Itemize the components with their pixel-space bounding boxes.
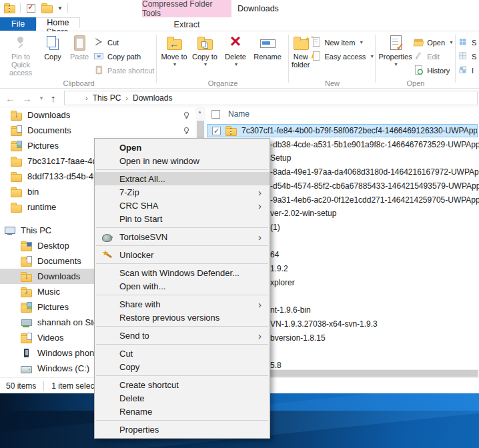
- ribbon-button-copy[interactable]: Copy: [40, 33, 65, 61]
- sidebar-item-label: Pictures: [27, 141, 59, 151]
- fol-pic-icon: [21, 302, 32, 313]
- menu-item-open-with[interactable]: Open with...: [95, 279, 270, 293]
- menu-item-restore-previous-versions[interactable]: Restore previous versions: [95, 311, 270, 324]
- menu-separator: [95, 261, 270, 266]
- props-icon: ✓: [387, 34, 404, 51]
- cpyto-icon: [196, 34, 213, 51]
- ribbon-button-rename[interactable]: Rename: [251, 33, 284, 61]
- file-name: bversion-1.8.15: [270, 333, 326, 343]
- menu-item-rename[interactable]: Rename: [95, 405, 270, 418]
- button-label: Easy access: [325, 53, 366, 61]
- tab-extract[interactable]: Extract: [142, 17, 231, 31]
- column-header-name[interactable]: Name: [205, 109, 250, 119]
- row-checkbox[interactable]: [212, 127, 221, 135]
- history-dropdown-icon[interactable]: ▼: [39, 95, 44, 101]
- breadcrumb-item-this-pc[interactable]: This PC: [93, 93, 121, 103]
- ribbon-button-open[interactable]: Open▼: [413, 35, 454, 49]
- pho-icon: [21, 348, 32, 359]
- menu-item-crc-sha[interactable]: CRC SHA›: [95, 199, 270, 212]
- ribbon-button-history[interactable]: History: [413, 63, 454, 77]
- ribbon-button-easy-access[interactable]: Easy access▼: [311, 49, 375, 63]
- items-count: 50 items: [6, 381, 36, 391]
- pin-icon: [12, 34, 29, 51]
- sidebar-item-documents[interactable]: Documents: [0, 123, 195, 138]
- ribbon-group-new: *New folder*New item▼Easy access▼New: [291, 31, 374, 89]
- column-header-label: Name: [228, 109, 250, 119]
- pin-icon: [183, 111, 190, 119]
- menu-item-pin-to-start[interactable]: Pin to Start: [95, 212, 270, 225]
- menu-item-tortoisesvn[interactable]: TortoiseSVN›: [95, 230, 270, 243]
- ribbon-button-new-item[interactable]: *New item▼: [311, 35, 375, 49]
- fol-desk-icon: [21, 241, 32, 251]
- mon-icon: [4, 225, 15, 236]
- fol-icon: [11, 156, 22, 167]
- menu-item-label: Delete: [119, 393, 145, 403]
- menu-item-label: Cut: [119, 349, 133, 359]
- ribbon-button-i[interactable]: I: [458, 63, 476, 77]
- tab-file[interactable]: File: [0, 17, 36, 31]
- ribbon-button-paste-shortcut[interactable]: Paste shortcut: [93, 63, 154, 77]
- back-icon[interactable]: ←: [5, 93, 15, 103]
- ribbon-button-move-to[interactable]: ←Move to▼: [159, 33, 189, 69]
- up-icon[interactable]: ↑: [51, 93, 56, 103]
- open-icon: [413, 37, 424, 47]
- file-name: 7c307cf1-fe84-4b00-b79f-58f0672becf4-146…: [242, 126, 478, 135]
- quick-access-toolbar: ✓ ▼: [4, 3, 68, 13]
- submenu-arrow-icon: ›: [258, 299, 262, 309]
- tab-home[interactable]: Home: [36, 17, 79, 28]
- breadcrumb-item-downloads[interactable]: Downloads: [133, 93, 172, 103]
- menu-item-unlocker[interactable]: Unlocker: [95, 248, 270, 261]
- menu-item-delete[interactable]: Delete: [95, 391, 270, 405]
- fol-icon: [11, 202, 22, 213]
- scrollbar-up-icon[interactable]: ▲: [197, 109, 202, 114]
- menu-item-share-with[interactable]: Share with›: [95, 297, 270, 311]
- fol-doc-icon: [21, 256, 32, 267]
- menu-item-7-zip[interactable]: 7-Zip›: [95, 185, 270, 199]
- breadcrumb-chevron-icon: ›: [125, 94, 128, 102]
- menu-item-copy[interactable]: Copy: [95, 360, 270, 373]
- dropdown-caret-icon: ▼: [394, 61, 398, 69]
- button-label: S: [472, 39, 476, 47]
- menu-item-scan-with-windows-defender[interactable]: Scan with Windows Defender...: [95, 266, 270, 279]
- ribbon-button-new-folder[interactable]: *New folder: [291, 33, 311, 69]
- menu-separator: [95, 293, 270, 297]
- sidebar-item-label: Documents: [37, 256, 81, 266]
- qat-folder-icon[interactable]: [41, 3, 53, 13]
- button-label: Copy: [44, 53, 61, 61]
- qat-checkbox-icon[interactable]: ✓: [25, 3, 37, 13]
- ribbon-group-open: ✓Properties▼Open▼EditHistoryOpen: [378, 31, 454, 89]
- menu-item-label: Create shortcut: [119, 380, 179, 390]
- file-row[interactable]: 7c307cf1-fe84-4b00-b79f-58f0672becf4-146…: [207, 124, 478, 137]
- button-label: Properties: [379, 53, 412, 61]
- ribbon-tabs: File HomeShareView Extract: [0, 17, 479, 31]
- ribbon-button-s[interactable]: S: [458, 35, 476, 49]
- select-all-checkbox[interactable]: [211, 110, 220, 119]
- address-bar[interactable]: ›This PC›Downloads: [64, 91, 478, 105]
- ribbon-button-edit[interactable]: Edit: [413, 49, 454, 63]
- menu-item-label: Restore previous versions: [119, 313, 219, 323]
- menu-item-send-to[interactable]: Send to›: [95, 329, 270, 342]
- sidebar-item-label: This PC: [21, 225, 51, 235]
- titlebar: ✓ ▼ Compressed Folder Tools Downloads: [0, 0, 479, 17]
- qat-dropdown-icon[interactable]: ▼: [57, 5, 63, 11]
- file-name: -d54b-4574-85f2-cb6a67885433-14642154935…: [270, 181, 479, 191]
- menu-item-properties[interactable]: Properties: [95, 423, 270, 436]
- ribbon-button-s[interactable]: S: [458, 49, 476, 63]
- ribbon-button-cut[interactable]: Cut: [93, 35, 154, 49]
- ribbon-group-divider: [288, 35, 289, 83]
- forward-icon[interactable]: →: [22, 93, 32, 103]
- ribbon-button-copy-path[interactable]: wCopy path: [93, 49, 154, 63]
- menu-item-open-in-new-window[interactable]: Open in new window: [95, 154, 270, 167]
- menu-item-create-shortcut[interactable]: Create shortcut: [95, 378, 270, 391]
- ribbon-button-pin-to-quick-access[interactable]: Pin to Quick access: [1, 33, 40, 77]
- menu-item-extract-all[interactable]: Extract All...: [95, 172, 270, 185]
- sidebar-item-downloads[interactable]: ↓Downloads: [0, 107, 195, 123]
- ribbon-button-copy-to[interactable]: Copy to▼: [189, 33, 220, 69]
- ribbon-button-properties[interactable]: ✓Properties▼: [378, 33, 413, 69]
- button-label: Copy path: [107, 53, 141, 61]
- menu-item-cut[interactable]: Cut: [95, 347, 270, 360]
- menu-item-open[interactable]: Open: [95, 141, 270, 154]
- breadcrumb-chevron-icon: ›: [85, 94, 88, 102]
- ribbon-button-delete[interactable]: ×Delete▼: [220, 33, 251, 69]
- ribbon-button-paste[interactable]: Paste: [65, 33, 93, 61]
